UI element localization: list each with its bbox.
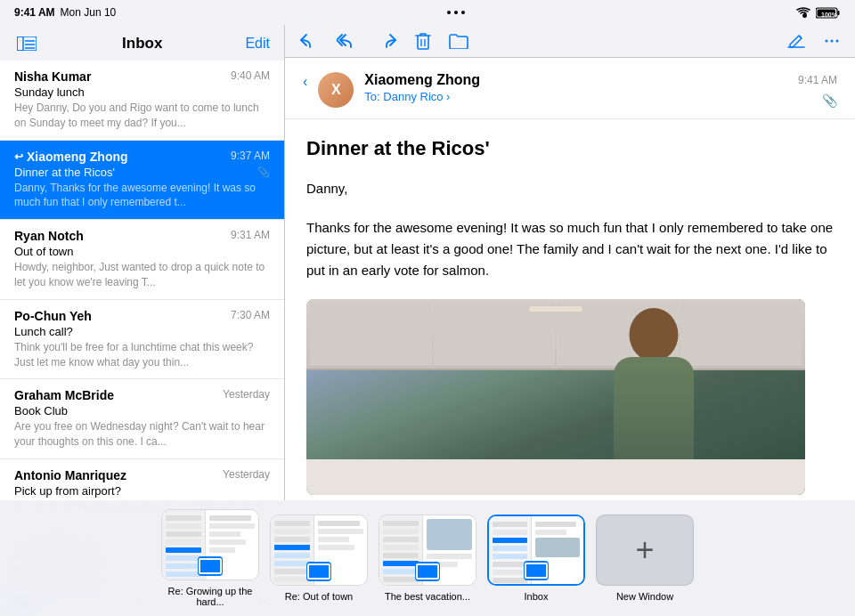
switcher-label: Re: Growing up the hard... <box>161 586 259 607</box>
svg-point-18 <box>831 40 834 43</box>
move-to-folder-button[interactable] <box>449 33 468 49</box>
email-sender: Ryan Notch <box>14 229 84 243</box>
email-time: Yesterday <box>223 388 270 401</box>
email-item-header: Antonio Manriquez Yesterday <box>14 468 270 482</box>
dot2 <box>454 11 458 14</box>
switcher-item-active[interactable]: Inbox <box>487 515 585 602</box>
switcher-thumbnail <box>161 509 259 580</box>
svg-text:100%: 100% <box>821 11 838 17</box>
app-switcher: Re: Growing up the hard... <box>0 500 855 616</box>
email-greeting: Danny, <box>306 178 834 199</box>
email-sender: Po-Chun Yeh <box>14 309 92 323</box>
wifi-icon <box>796 7 810 18</box>
email-preview: Howdy, neighbor, Just wanted to drop a q… <box>14 260 270 290</box>
switcher-thumbnail <box>270 515 368 586</box>
email-subject-text: Dinner at the Ricos' <box>14 166 115 179</box>
detail-attachment-icon: 📎 <box>822 93 837 108</box>
email-detail-meta: Xiaomeng Zhong To: Danny Rico › <box>364 72 787 103</box>
svg-rect-1 <box>837 11 839 15</box>
reply-all-button[interactable] <box>337 33 360 49</box>
dot1 <box>447 11 451 14</box>
email-item-header: Graham McBride Yesterday <box>14 388 270 402</box>
to-name: Danny Rico › <box>383 90 450 103</box>
email-time: 9:31 AM <box>231 229 270 241</box>
detail-time: 9:41 AM <box>798 74 837 86</box>
email-item[interactable]: Ryan Notch 9:31 AM Out of town Howdy, ne… <box>0 220 284 300</box>
email-subject: Lunch call? <box>14 325 270 338</box>
trash-button[interactable] <box>415 32 431 50</box>
email-sender: Graham McBride <box>14 388 114 402</box>
new-window-thumbnail: + <box>596 515 694 586</box>
detail-to: To: Danny Rico › <box>364 90 787 103</box>
edit-button[interactable]: Edit <box>245 36 270 52</box>
svg-point-19 <box>836 40 839 43</box>
mail-app-icon <box>415 562 440 581</box>
sender-avatar: X <box>318 72 354 108</box>
email-preview: Think you'll be free for a lunchtime cha… <box>14 340 270 370</box>
switcher-thumbnail <box>379 515 476 586</box>
email-detail-header: ‹ X Xiaomeng Zhong To: Danny Rico › 9:41… <box>285 58 855 119</box>
email-time: 9:40 AM <box>231 69 270 82</box>
email-item[interactable]: Po-Chun Yeh 7:30 AM Lunch call? Think yo… <box>0 300 284 380</box>
status-bar-right: 100% <box>796 7 841 19</box>
switcher-item[interactable]: Re: Out of town <box>270 515 368 602</box>
switcher-label: The best vacation... <box>385 591 470 602</box>
svg-rect-4 <box>17 36 23 51</box>
email-item[interactable]: Nisha Kumar 9:40 AM Sunday lunch Hey Dan… <box>0 61 284 141</box>
status-day: Mon Jun 10 <box>61 6 117 19</box>
email-item-header: Ryan Notch 9:31 AM <box>14 229 270 243</box>
email-preview: Hey Danny, Do you and Rigo want to come … <box>14 101 270 131</box>
attachment-icon: 📎 <box>257 166 270 178</box>
email-subject: Out of town <box>14 245 270 258</box>
switcher-label: Inbox <box>525 591 549 602</box>
back-arrow-icon: ‹ <box>303 74 307 90</box>
ceiling-light <box>529 306 582 312</box>
battery-icon: 100% <box>816 7 841 19</box>
email-sender: Antonio Manriquez <box>14 468 126 482</box>
email-sender: ↩ Xiaomeng Zhong <box>14 150 128 164</box>
email-subject: Sunday lunch <box>14 85 270 99</box>
sidebar-toggle-button[interactable] <box>14 34 39 53</box>
inbox-title: Inbox <box>122 35 162 53</box>
new-window-label: New Window <box>616 591 673 602</box>
email-subject: Book Club <box>14 404 270 417</box>
detail-sender-name: Xiaomeng Zhong <box>364 72 787 88</box>
plus-icon: + <box>635 531 654 569</box>
switcher-label: Re: Out of town <box>285 591 353 602</box>
new-window-item[interactable]: + New Window <box>596 515 694 602</box>
email-body-text: Thanks for the awesome evening! It was s… <box>306 217 834 281</box>
more-options-button[interactable] <box>823 32 841 50</box>
email-detail-subject: Dinner at the Ricos' <box>306 137 834 160</box>
email-toolbar <box>285 25 855 58</box>
status-bar-left: 9:41 AM Mon Jun 10 <box>14 6 116 19</box>
to-label: To: <box>364 90 379 103</box>
reply-back-button[interactable] <box>299 33 319 49</box>
switcher-item[interactable]: The best vacation... <box>379 515 476 602</box>
image-counter <box>306 459 805 495</box>
email-sender: Nisha Kumar <box>14 69 91 84</box>
replied-icon: ↩ <box>14 150 23 163</box>
mail-app-icon <box>306 562 331 581</box>
switcher-item[interactable]: Re: Growing up the hard... <box>161 509 259 607</box>
email-inline-image <box>306 299 805 495</box>
email-item-header: Nisha Kumar 9:40 AM <box>14 69 270 84</box>
forward-button[interactable] <box>378 33 397 49</box>
email-item[interactable]: Graham McBride Yesterday Book Club Are y… <box>0 379 284 459</box>
status-bar-center <box>447 11 465 14</box>
email-time: Yesterday <box>223 468 270 481</box>
status-bar: 9:41 AM Mon Jun 10 100% <box>0 0 855 25</box>
sidebar-icon <box>17 36 37 51</box>
compose-button[interactable] <box>787 32 805 50</box>
email-subject: Dinner at the Ricos' 📎 <box>14 166 270 179</box>
switcher-thumbnail <box>487 515 585 586</box>
mail-app-icon <box>524 561 549 580</box>
email-preview: Are you free on Wednesday night? Can't w… <box>14 419 270 450</box>
email-list-header: Inbox Edit <box>0 25 284 61</box>
email-time: 9:37 AM <box>231 150 270 162</box>
email-item[interactable]: ↩ Xiaomeng Zhong 9:37 AM Dinner at the R… <box>0 141 284 221</box>
dot3 <box>461 11 465 14</box>
status-time: 9:41 AM <box>14 6 55 19</box>
email-time: 7:30 AM <box>231 309 270 321</box>
email-subject: Pick up from airport? <box>14 484 270 498</box>
svg-point-17 <box>826 40 828 43</box>
